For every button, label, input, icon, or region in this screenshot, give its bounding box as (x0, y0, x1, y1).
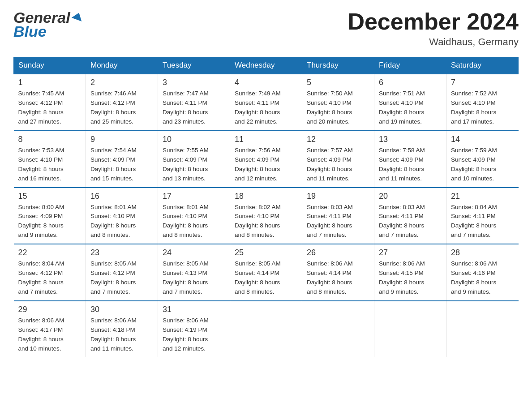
page-header: General Blue December 2024 Waidhaus, Ger… (13, 9, 519, 48)
day-info: Sunrise: 8:05 AMSunset: 4:13 PMDaylight:… (163, 259, 225, 297)
day-number: 11 (235, 135, 297, 144)
day-cell: 13 Sunrise: 7:58 AMSunset: 4:09 PMDaylig… (374, 131, 446, 188)
location: Waidhaus, Germany (348, 36, 519, 48)
day-cell: 14 Sunrise: 7:59 AMSunset: 4:09 PMDaylig… (446, 131, 519, 188)
day-info: Sunrise: 7:54 AMSunset: 4:09 PMDaylight:… (90, 146, 153, 184)
day-info: Sunrise: 8:01 AMSunset: 4:10 PMDaylight:… (90, 203, 153, 240)
day-info: Sunrise: 7:46 AMSunset: 4:12 PMDaylight:… (90, 89, 153, 127)
day-cell: 24 Sunrise: 8:05 AMSunset: 4:13 PMDaylig… (158, 244, 230, 301)
day-info: Sunrise: 8:06 AMSunset: 4:16 PMDaylight:… (451, 259, 514, 297)
day-number: 18 (235, 192, 297, 201)
day-number: 23 (90, 248, 153, 257)
week-row-3: 15 Sunrise: 8:00 AMSunset: 4:09 PMDaylig… (14, 188, 519, 244)
day-info: Sunrise: 7:51 AMSunset: 4:10 PMDaylight:… (379, 89, 442, 127)
day-cell: 17 Sunrise: 8:01 AMSunset: 4:10 PMDaylig… (158, 188, 230, 244)
day-info: Sunrise: 8:02 AMSunset: 4:10 PMDaylight:… (235, 203, 297, 240)
day-cell: 21 Sunrise: 8:04 AMSunset: 4:11 PMDaylig… (446, 188, 519, 244)
week-row-1: 1 Sunrise: 7:45 AMSunset: 4:12 PMDayligh… (14, 74, 519, 131)
day-cell: 6 Sunrise: 7:51 AMSunset: 4:10 PMDayligh… (374, 74, 446, 131)
calendar-table: Sunday Monday Tuesday Wednesday Thursday… (13, 57, 519, 357)
day-cell: 27 Sunrise: 8:06 AMSunset: 4:15 PMDaylig… (374, 244, 446, 301)
title-area: December 2024 Waidhaus, Germany (348, 9, 519, 48)
day-cell: 23 Sunrise: 8:05 AMSunset: 4:12 PMDaylig… (86, 244, 158, 301)
day-number: 6 (379, 78, 442, 87)
day-info: Sunrise: 7:59 AMSunset: 4:09 PMDaylight:… (451, 146, 514, 184)
day-info: Sunrise: 7:58 AMSunset: 4:09 PMDaylight:… (379, 146, 442, 184)
header-sunday: Sunday (14, 57, 86, 74)
day-cell (302, 301, 374, 357)
day-info: Sunrise: 7:52 AMSunset: 4:10 PMDaylight:… (451, 89, 514, 127)
day-cell: 22 Sunrise: 8:04 AMSunset: 4:12 PMDaylig… (14, 244, 86, 301)
day-number: 30 (90, 305, 153, 314)
header-tuesday: Tuesday (158, 57, 230, 74)
day-number: 9 (90, 135, 153, 144)
day-number: 24 (163, 248, 225, 257)
day-cell (230, 301, 302, 357)
week-row-5: 29 Sunrise: 8:06 AMSunset: 4:17 PMDaylig… (14, 301, 519, 357)
day-cell: 7 Sunrise: 7:52 AMSunset: 4:10 PMDayligh… (446, 74, 519, 131)
logo: General Blue (13, 9, 84, 40)
day-number: 1 (18, 78, 82, 87)
header-monday: Monday (86, 57, 158, 74)
day-number: 25 (235, 248, 297, 257)
day-cell: 15 Sunrise: 8:00 AMSunset: 4:09 PMDaylig… (14, 188, 86, 244)
day-info: Sunrise: 7:56 AMSunset: 4:09 PMDaylight:… (235, 146, 297, 184)
day-info: Sunrise: 8:06 AMSunset: 4:14 PMDaylight:… (307, 259, 369, 297)
day-info: Sunrise: 8:03 AMSunset: 4:11 PMDaylight:… (379, 203, 442, 240)
day-cell: 25 Sunrise: 8:05 AMSunset: 4:14 PMDaylig… (230, 244, 302, 301)
day-cell: 12 Sunrise: 7:57 AMSunset: 4:09 PMDaylig… (302, 131, 374, 188)
day-info: Sunrise: 7:55 AMSunset: 4:09 PMDaylight:… (163, 146, 225, 184)
header-wednesday: Wednesday (230, 57, 302, 74)
day-number: 31 (163, 305, 225, 314)
day-info: Sunrise: 8:05 AMSunset: 4:14 PMDaylight:… (235, 259, 297, 297)
day-info: Sunrise: 8:04 AMSunset: 4:12 PMDaylight:… (18, 259, 82, 297)
day-number: 8 (18, 135, 82, 144)
header-thursday: Thursday (302, 57, 374, 74)
day-number: 21 (451, 192, 514, 201)
day-cell: 10 Sunrise: 7:55 AMSunset: 4:09 PMDaylig… (158, 131, 230, 188)
day-number: 3 (163, 78, 225, 87)
day-info: Sunrise: 8:06 AMSunset: 4:15 PMDaylight:… (379, 259, 442, 297)
logo-blue: Blue (13, 23, 47, 40)
logo-arrow-icon (71, 11, 84, 23)
day-cell: 31 Sunrise: 8:06 AMSunset: 4:19 PMDaylig… (158, 301, 230, 357)
day-number: 20 (379, 192, 442, 201)
svg-marker-0 (71, 11, 83, 21)
day-info: Sunrise: 7:57 AMSunset: 4:09 PMDaylight:… (307, 146, 369, 184)
day-number: 29 (18, 305, 82, 314)
day-number: 26 (307, 248, 369, 257)
day-info: Sunrise: 8:03 AMSunset: 4:11 PMDaylight:… (307, 203, 369, 240)
day-cell: 19 Sunrise: 8:03 AMSunset: 4:11 PMDaylig… (302, 188, 374, 244)
day-number: 22 (18, 248, 82, 257)
day-info: Sunrise: 8:05 AMSunset: 4:12 PMDaylight:… (90, 259, 153, 297)
day-cell (446, 301, 519, 357)
day-cell: 26 Sunrise: 8:06 AMSunset: 4:14 PMDaylig… (302, 244, 374, 301)
day-cell: 18 Sunrise: 8:02 AMSunset: 4:10 PMDaylig… (230, 188, 302, 244)
day-number: 2 (90, 78, 153, 87)
day-cell: 28 Sunrise: 8:06 AMSunset: 4:16 PMDaylig… (446, 244, 519, 301)
day-info: Sunrise: 8:00 AMSunset: 4:09 PMDaylight:… (18, 203, 82, 240)
day-number: 16 (90, 192, 153, 201)
day-cell: 20 Sunrise: 8:03 AMSunset: 4:11 PMDaylig… (374, 188, 446, 244)
month-title: December 2024 (348, 9, 519, 34)
day-cell: 16 Sunrise: 8:01 AMSunset: 4:10 PMDaylig… (86, 188, 158, 244)
day-info: Sunrise: 8:06 AMSunset: 4:17 PMDaylight:… (18, 316, 82, 354)
day-number: 13 (379, 135, 442, 144)
day-info: Sunrise: 8:06 AMSunset: 4:19 PMDaylight:… (163, 316, 225, 354)
day-info: Sunrise: 7:50 AMSunset: 4:10 PMDaylight:… (307, 89, 369, 127)
header-saturday: Saturday (446, 57, 519, 74)
day-number: 5 (307, 78, 369, 87)
day-number: 19 (307, 192, 369, 201)
day-cell: 3 Sunrise: 7:47 AMSunset: 4:11 PMDayligh… (158, 74, 230, 131)
day-info: Sunrise: 7:53 AMSunset: 4:10 PMDaylight:… (18, 146, 82, 184)
day-info: Sunrise: 8:04 AMSunset: 4:11 PMDaylight:… (451, 203, 514, 240)
week-row-2: 8 Sunrise: 7:53 AMSunset: 4:10 PMDayligh… (14, 131, 519, 188)
day-info: Sunrise: 7:49 AMSunset: 4:11 PMDaylight:… (235, 89, 297, 127)
day-cell: 29 Sunrise: 8:06 AMSunset: 4:17 PMDaylig… (14, 301, 86, 357)
day-number: 28 (451, 248, 514, 257)
day-number: 4 (235, 78, 297, 87)
day-number: 14 (451, 135, 514, 144)
day-cell: 2 Sunrise: 7:46 AMSunset: 4:12 PMDayligh… (86, 74, 158, 131)
day-info: Sunrise: 7:47 AMSunset: 4:11 PMDaylight:… (163, 89, 225, 127)
week-row-4: 22 Sunrise: 8:04 AMSunset: 4:12 PMDaylig… (14, 244, 519, 301)
